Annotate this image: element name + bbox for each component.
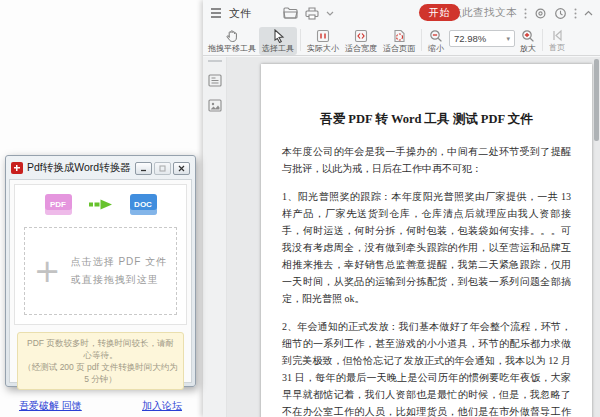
document-title: 吾爱 PDF 转 Word 工具 测试 PDF 文件 [282, 111, 571, 128]
toolbar-customize-caret-icon[interactable] [326, 11, 334, 16]
printer-icon[interactable] [305, 7, 319, 20]
sidebar-rail [203, 57, 227, 417]
toolbar-divider [421, 29, 422, 51]
dialog-title: Pdf转换成Word转换器 - 吾爱破... [27, 161, 131, 175]
join-forum-link[interactable]: 加入论坛 [142, 399, 182, 413]
hamburger-menu-icon[interactable] [210, 8, 222, 18]
notice-line1: PDF 页数较多时，转换时间较长，请耐心等待。 [23, 337, 178, 361]
doc-file-icon: DOC [130, 194, 157, 215]
fit-width-button[interactable]: 适合宽度 [342, 27, 380, 55]
file-menu[interactable]: 文件 [229, 6, 251, 21]
chevron-down-icon: ▾ [506, 35, 510, 43]
dropzone-line2: 或直接拖拽到这里 [71, 271, 168, 289]
open-folder-icon[interactable] [283, 7, 298, 19]
document-paragraph: 本年度公司的年会是我一手操办的，中间有二处环节受到了提醒与批评，以此为戒，日后在… [282, 143, 571, 177]
dialog-client-area: PDF DOC + 点击选择 PDF 文件 或直接拖拽到这里 PDF 页数较多时… [9, 179, 192, 383]
hand-icon [225, 29, 239, 43]
select-tool-button[interactable]: 选择工具 [259, 27, 297, 55]
conversion-direction: PDF DOC [24, 194, 177, 215]
actual-size-icon [316, 29, 330, 43]
maximize-button[interactable] [154, 162, 171, 175]
magnifier-minus-icon [429, 29, 443, 43]
pdf-file-icon: PDF [45, 194, 72, 215]
search-options-icon[interactable] [524, 8, 527, 19]
52pojie-link[interactable]: 吾爱破解 回馈 [19, 399, 82, 413]
reader-toolbar: 拖拽平移工具 选择工具 实际大小 适合宽度 适合页面 [203, 26, 600, 56]
zoom-in-button[interactable]: 放大 [517, 27, 539, 55]
toolbar-divider [300, 29, 301, 51]
pan-tool-button[interactable]: 拖拽平移工具 [205, 27, 259, 55]
zoom-level-dropdown[interactable]: 72.98% ▾ [449, 30, 515, 47]
vertical-scrollbar-thumb[interactable] [594, 59, 599, 141]
conversion-panel: PDF DOC + 点击选择 PDF 文件 或直接拖拽到这里 [14, 184, 187, 325]
history-clock-icon[interactable] [554, 7, 567, 20]
plus-icon: + [34, 255, 61, 287]
first-page-button[interactable]: 首页 [546, 27, 568, 54]
collapse-toolbar-icon[interactable] [584, 10, 593, 16]
reader-body: 吾爱 PDF 转 Word 工具 测试 PDF 文件 本年度公司的年会是我一手操… [203, 57, 600, 417]
reader-menubar: 文件 开始 点此查找文本 [203, 0, 600, 26]
dropzone-line1: 点击选择 PDF 文件 [71, 253, 168, 271]
first-page-icon [551, 29, 564, 42]
close-button[interactable] [173, 162, 190, 175]
magnifier-plus-icon [521, 29, 535, 43]
fit-width-icon [354, 29, 368, 43]
toolbar-divider [542, 29, 543, 51]
cursor-arrow-icon [272, 29, 285, 43]
notice-line2: （经测试 200 页 pdf 文件转换时间大约为 5 分钟） [23, 361, 178, 385]
fit-page-icon [393, 29, 406, 43]
pdf-page: 吾爱 PDF 转 Word 工具 测试 PDF 文件 本年度公司的年会是我一手操… [261, 64, 592, 417]
more-options-icon[interactable] [574, 8, 577, 19]
dialog-links: 吾爱破解 回馈 加入论坛 [19, 399, 182, 413]
fit-page-button[interactable]: 适合页面 [380, 27, 418, 55]
minimize-button[interactable] [135, 162, 152, 175]
bookmarks-panel-icon[interactable] [208, 74, 222, 87]
document-paragraph: 1、阳光普照奖的跟踪：本年度阳光普照奖由厂家提供，一共 13 样产品，厂家先送货… [282, 188, 571, 307]
app-icon [11, 162, 23, 174]
pdf-reader-window: 文件 开始 点此查找文本 [203, 0, 600, 417]
dialog-titlebar[interactable]: Pdf转换成Word转换器 - 吾爱破... [8, 158, 193, 178]
settings-gear-icon[interactable] [534, 7, 547, 20]
search-input[interactable]: 点此查找文本 [451, 6, 517, 20]
converter-dialog: Pdf转换成Word转换器 - 吾爱破... PDF DOC + [5, 155, 196, 387]
zoom-level-value: 72.98% [454, 33, 486, 44]
start-tab[interactable]: 开始 [419, 4, 460, 21]
zoom-out-button[interactable]: 缩小 [425, 27, 447, 55]
document-canvas[interactable]: 吾爱 PDF 转 Word 工具 测试 PDF 文件 本年度公司的年会是我一手操… [227, 57, 600, 417]
document-paragraph: 2、年会通知的正式发放：我们基本做好了年会整个流程，环节，细节的一系列工作，甚至… [282, 318, 571, 417]
conversion-notice: PDF 页数较多时，转换时间较长，请耐心等待。 （经测试 200 页 pdf 文… [17, 332, 184, 390]
arrow-right-icon [88, 198, 114, 211]
pdf-dropzone[interactable]: + 点击选择 PDF 文件 或直接拖拽到这里 [24, 227, 177, 315]
rail-grip-handle[interactable] [208, 60, 222, 62]
actual-size-button[interactable]: 实际大小 [304, 27, 342, 55]
thumbnails-panel-icon[interactable] [208, 99, 222, 112]
